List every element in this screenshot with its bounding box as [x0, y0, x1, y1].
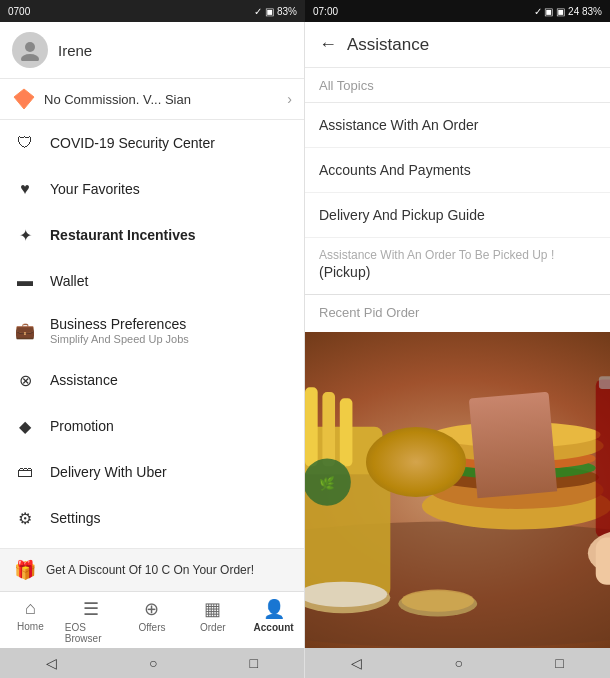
nav-item-browser-label: EOS Browser	[65, 622, 118, 644]
commission-banner-left: No Commission. V... Sian	[12, 87, 191, 111]
svg-rect-22	[596, 379, 610, 537]
promotion-icon: ◆	[14, 415, 36, 437]
pickup-assistance-main: (Pickup)	[319, 264, 596, 280]
right-recents-nav-button[interactable]: □	[555, 655, 563, 671]
status-bars: 0700 ✓ ▣ 83% 07:00 ✓ ▣ ▣ 24 83%	[0, 0, 610, 22]
svg-point-21	[433, 422, 600, 447]
menu-item-promotion[interactable]: ◆ Promotion	[0, 403, 304, 449]
left-status-icons: ✓ ▣ 83%	[254, 6, 297, 17]
menu-item-assistance-label: Assistance	[50, 372, 118, 388]
nav-item-browser[interactable]: ☰ EOS Browser	[61, 592, 122, 648]
menu-item-incentives-label: Restaurant Incentives	[50, 227, 196, 243]
food-image-container: 🌿	[305, 332, 610, 648]
food-image: 🌿	[305, 332, 610, 648]
help-topic-order[interactable]: Assistance With An Order	[305, 103, 610, 148]
menu-item-settings-label: Settings	[50, 510, 101, 526]
nav-item-home[interactable]: ⌂ Home	[0, 592, 61, 648]
right-back-nav-button[interactable]: ◁	[351, 655, 362, 671]
offers-icon: ⊕	[144, 598, 159, 620]
recent-order-section: Recent Pid Order	[305, 295, 610, 332]
right-panel-title: Assistance	[347, 35, 429, 55]
svg-point-0	[25, 42, 35, 52]
avatar	[12, 32, 48, 68]
main-container: Irene No Commission. V... Sian › 🛡 COVID…	[0, 22, 610, 678]
menu-item-assistance[interactable]: ⊗ Assistance	[0, 357, 304, 403]
briefcase-icon: 💼	[14, 320, 36, 342]
right-status-icons: ✓ ▣ ▣ 24 83%	[534, 6, 602, 17]
heart-icon: ♥	[14, 178, 36, 200]
menu-list: 🛡 COVID-19 Security Center ♥ Your Favori…	[0, 120, 304, 548]
account-icon: 👤	[263, 598, 285, 620]
assistance-icon: ⊗	[14, 369, 36, 391]
help-topics-list: Assistance With An Order Accounts And Pa…	[305, 103, 610, 295]
svg-rect-11	[322, 392, 335, 466]
right-header: ← Assistance	[305, 22, 610, 68]
back-button[interactable]: ←	[319, 34, 337, 55]
menu-item-covid[interactable]: 🛡 COVID-19 Security Center	[0, 120, 304, 166]
browser-icon: ☰	[83, 598, 99, 620]
menu-item-covid-label: COVID-19 Security Center	[50, 135, 215, 151]
menu-item-settings[interactable]: ⚙ Settings	[0, 495, 304, 541]
delivery-icon: 🗃	[14, 461, 36, 483]
wallet-icon: ▬	[14, 270, 36, 292]
menu-item-incentives[interactable]: ✦ Restaurant Incentives	[0, 212, 304, 258]
recents-nav-button[interactable]: □	[250, 655, 258, 671]
order-icon: ▦	[204, 598, 221, 620]
right-panel: ← Assistance All Topics Assistance With …	[305, 22, 610, 678]
menu-item-wallet[interactable]: ▬ Wallet	[0, 258, 304, 304]
menu-item-favorites[interactable]: ♥ Your Favorites	[0, 166, 304, 212]
svg-rect-23	[599, 376, 610, 389]
user-name: Irene	[58, 42, 92, 59]
right-time: 07:00	[313, 6, 338, 17]
menu-item-delivery[interactable]: 🗃 Delivery With Uber	[0, 449, 304, 495]
svg-rect-12	[340, 398, 353, 466]
nav-bar-right: ◁ ○ □	[305, 648, 610, 678]
menu-item-wallet-label: Wallet	[50, 273, 88, 289]
menu-item-business[interactable]: 💼 Business Preferences Simplify And Spee…	[0, 304, 304, 357]
nav-item-offers-label: Offers	[138, 622, 165, 633]
back-nav-button[interactable]: ◁	[46, 655, 57, 671]
left-panel: Irene No Commission. V... Sian › 🛡 COVID…	[0, 22, 305, 678]
recent-order-label: Recent Pid Order	[319, 305, 596, 320]
discount-icon: 🎁	[14, 559, 36, 581]
svg-point-28	[401, 590, 474, 612]
discount-banner: 🎁 Get A Discount Of 10 C On Your Order!	[0, 548, 304, 591]
nav-item-order[interactable]: ▦ Order	[182, 592, 243, 648]
food-image-svg: 🌿	[305, 332, 610, 648]
nav-item-account[interactable]: 👤 Account	[243, 592, 304, 648]
svg-text:🌿: 🌿	[319, 476, 335, 492]
left-time: 0700	[8, 6, 30, 17]
chevron-right-icon: ›	[287, 91, 292, 107]
menu-item-promotion-label: Promotion	[50, 418, 114, 434]
left-status-bar: 0700 ✓ ▣ 83%	[0, 0, 305, 22]
help-topic-pickup[interactable]: Assistance With An Order To Be Picked Up…	[305, 238, 610, 295]
settings-icon: ⚙	[14, 507, 36, 529]
star-icon: ✦	[14, 224, 36, 246]
menu-item-favorites-label: Your Favorites	[50, 181, 140, 197]
help-topic-delivery[interactable]: Delivery And Pickup Guide	[305, 193, 610, 238]
nav-bar-left: ◁ ○ □	[0, 648, 304, 678]
bottom-nav: ⌂ Home ☰ EOS Browser ⊕ Offers ▦ Order 👤 …	[0, 591, 304, 648]
home-icon: ⌂	[25, 598, 36, 619]
nav-item-home-label: Home	[17, 621, 44, 632]
menu-item-business-sub: Simplify And Speed Up Jobs	[50, 333, 189, 345]
svg-marker-2	[14, 89, 34, 109]
commission-text: No Commission. V... Sian	[44, 92, 191, 107]
commission-banner[interactable]: No Commission. V... Sian ›	[0, 79, 304, 120]
right-home-nav-button[interactable]: ○	[455, 655, 463, 671]
menu-item-business-label: Business Preferences	[50, 316, 189, 332]
svg-rect-10	[305, 387, 318, 466]
home-nav-button[interactable]: ○	[149, 655, 157, 671]
menu-item-delivery-label: Delivery With Uber	[50, 464, 167, 480]
user-header: Irene	[0, 22, 304, 79]
nav-item-offers[interactable]: ⊕ Offers	[122, 592, 183, 648]
help-topic-accounts[interactable]: Accounts And Payments	[305, 148, 610, 193]
shield-icon: 🛡	[14, 132, 36, 154]
pickup-assistance-small: Assistance With An Order To Be Picked Up…	[319, 248, 596, 262]
discount-text: Get A Discount Of 10 C On Your Order!	[46, 563, 254, 577]
topics-filter-label: All Topics	[319, 78, 374, 93]
svg-point-1	[21, 54, 39, 61]
right-status-bar: 07:00 ✓ ▣ ▣ 24 83%	[305, 0, 610, 22]
nav-item-account-label: Account	[254, 622, 294, 633]
topics-filter[interactable]: All Topics	[305, 68, 610, 103]
